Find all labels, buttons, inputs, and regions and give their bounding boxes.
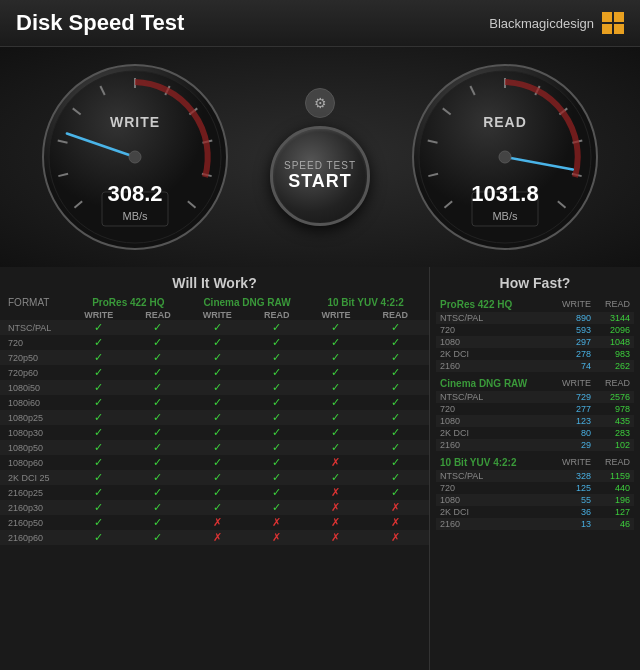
logo: Blackmagicdesign xyxy=(489,12,624,34)
list-item: 108055196 xyxy=(436,494,634,506)
rt-write-label: WRITE xyxy=(556,378,591,389)
check-cell: ✓ xyxy=(247,441,306,454)
prores-name: ProRes 422 HQ xyxy=(69,297,188,308)
write-unit: MB/s xyxy=(122,210,147,222)
format-cell: 720p60 xyxy=(4,368,69,378)
rt-read-value: 440 xyxy=(595,483,630,493)
gauges-section: WRITE 308.2 MB/s ⚙ SPEED TEST START xyxy=(0,47,640,267)
table-row: 1080p50✓✓✓✓✓✓ xyxy=(0,440,429,455)
rt-group-name: ProRes 422 HQ xyxy=(440,299,512,310)
check-cell: ✓ xyxy=(69,456,128,469)
check-cell: ✓ xyxy=(128,396,187,409)
prores-group-header: ProRes 422 HQ WRITE READ xyxy=(69,297,188,320)
rt-format-cell: NTSC/PAL xyxy=(440,392,556,402)
check-cell: ✗ xyxy=(247,531,306,544)
list-item: 720125440 xyxy=(436,482,634,494)
rt-write-value: 123 xyxy=(556,416,591,426)
rt-col-labels: WRITEREAD xyxy=(556,457,630,468)
check-cell: ✓ xyxy=(128,471,187,484)
read-value-display: 1031.8 MB/s xyxy=(471,182,538,224)
rt-values: 278983 xyxy=(556,349,630,359)
logo-square-4 xyxy=(614,24,624,34)
rt-values: 1346 xyxy=(556,519,630,529)
table-row: 720p50✓✓✓✓✓✓ xyxy=(0,350,429,365)
list-item: NTSC/PAL8903144 xyxy=(436,312,634,324)
rt-values: 125440 xyxy=(556,483,630,493)
rt-values: 123435 xyxy=(556,416,630,426)
right-table-inner: ProRes 422 HQWRITEREADNTSC/PAL8903144720… xyxy=(430,297,640,530)
check-cell: ✓ xyxy=(69,516,128,529)
rt-read-value: 983 xyxy=(595,349,630,359)
check-cell: ✓ xyxy=(128,366,187,379)
rt-format-cell: 720 xyxy=(440,325,556,335)
settings-button[interactable]: ⚙ xyxy=(305,88,335,118)
cdng-cols: WRITE READ xyxy=(188,310,307,320)
check-cell: ✓ xyxy=(128,321,187,334)
rt-col-labels: WRITEREAD xyxy=(556,378,630,389)
prores-cols: WRITE READ xyxy=(69,310,188,320)
rt-values: 36127 xyxy=(556,507,630,517)
svg-point-14 xyxy=(129,151,141,163)
check-cell: ✓ xyxy=(366,351,425,364)
table-row: NTSC/PAL✓✓✓✓✓✓ xyxy=(0,320,429,335)
table-row: 1080i50✓✓✓✓✓✓ xyxy=(0,380,429,395)
logo-text: Blackmagicdesign xyxy=(489,16,594,31)
check-cell: ✗ xyxy=(306,501,365,514)
check-cell: ✓ xyxy=(366,456,425,469)
check-cell: ✓ xyxy=(247,456,306,469)
check-cell: ✓ xyxy=(247,321,306,334)
rt-group-header: ProRes 422 HQWRITEREAD xyxy=(436,297,634,312)
write-value-display: 308.2 MB/s xyxy=(107,182,162,224)
check-cell: ✓ xyxy=(69,441,128,454)
check-cell: ✓ xyxy=(69,321,128,334)
check-cell: ✓ xyxy=(366,441,425,454)
table-row: 1080p25✓✓✓✓✓✓ xyxy=(0,410,429,425)
rt-read-value: 262 xyxy=(595,361,630,371)
check-cell: ✓ xyxy=(188,381,247,394)
check-cell: ✓ xyxy=(128,426,187,439)
table-row: 2160p60✓✓✗✗✗✗ xyxy=(0,530,429,545)
rt-group-header: 10 Bit YUV 4:2:2WRITEREAD xyxy=(436,455,634,470)
check-cell: ✓ xyxy=(69,501,128,514)
rt-format-cell: NTSC/PAL xyxy=(440,471,556,481)
check-cell: ✓ xyxy=(306,321,365,334)
check-cell: ✓ xyxy=(188,336,247,349)
check-cell: ✓ xyxy=(306,381,365,394)
logo-square-3 xyxy=(602,24,612,34)
right-section-title: How Fast? xyxy=(430,275,640,291)
check-cell: ✓ xyxy=(306,441,365,454)
format-cell: 1080p60 xyxy=(4,458,69,468)
check-cell: ✓ xyxy=(366,336,425,349)
rt-group-name: Cinema DNG RAW xyxy=(440,378,527,389)
rt-write-value: 36 xyxy=(556,507,591,517)
table-row: 1080p60✓✓✓✓✗✓ xyxy=(0,455,429,470)
rt-values: 277978 xyxy=(556,404,630,414)
check-cell: ✓ xyxy=(128,531,187,544)
check-cell: ✓ xyxy=(366,411,425,424)
rt-read-label: READ xyxy=(595,378,630,389)
rt-write-value: 328 xyxy=(556,471,591,481)
tables-section: Will It Work? FORMAT ProRes 422 HQ WRITE… xyxy=(0,267,640,670)
logo-squares xyxy=(602,12,624,34)
check-cell: ✓ xyxy=(247,381,306,394)
rt-write-value: 55 xyxy=(556,495,591,505)
check-cell: ✗ xyxy=(306,486,365,499)
list-item: 1080123435 xyxy=(436,415,634,427)
start-button[interactable]: SPEED TEST START xyxy=(270,126,370,226)
check-cell: ✓ xyxy=(366,366,425,379)
rt-format-cell: 2K DCI xyxy=(440,349,556,359)
check-cell: ✓ xyxy=(366,381,425,394)
check-cell: ✓ xyxy=(247,501,306,514)
format-cell: 1080i60 xyxy=(4,398,69,408)
rt-format-cell: 2160 xyxy=(440,440,556,450)
rt-format-cell: 1080 xyxy=(440,416,556,426)
rt-read-value: 3144 xyxy=(595,313,630,323)
check-cell: ✓ xyxy=(128,381,187,394)
check-cell: ✓ xyxy=(247,411,306,424)
app-title: Disk Speed Test xyxy=(16,10,184,36)
rt-values: 55196 xyxy=(556,495,630,505)
check-cell: ✓ xyxy=(128,516,187,529)
check-cell: ✗ xyxy=(247,516,306,529)
check-cell: ✗ xyxy=(366,501,425,514)
rt-format-cell: 1080 xyxy=(440,495,556,505)
